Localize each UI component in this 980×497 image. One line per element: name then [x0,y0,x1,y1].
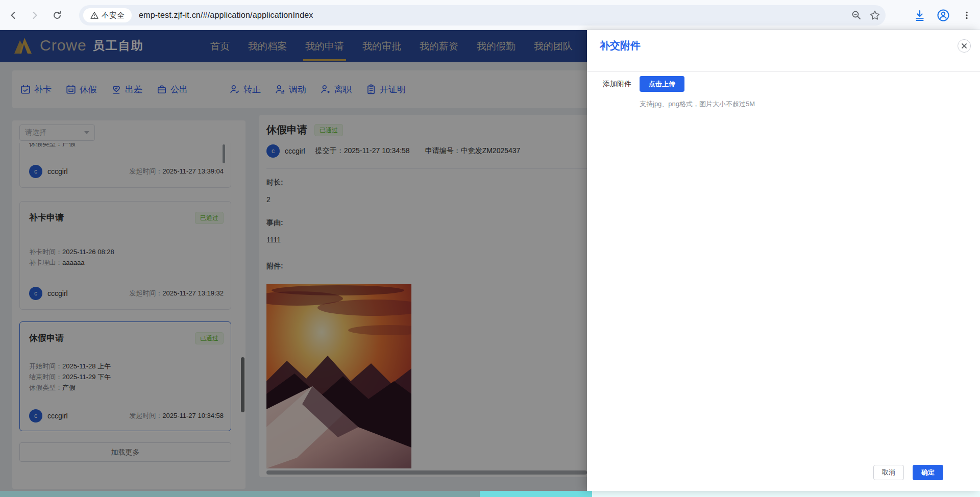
drawer-close-button[interactable] [958,39,971,53]
drawer-title: 补交附件 [600,39,641,53]
url-text: emp-test.zjf-it.cn/#/application/applica… [139,11,313,20]
cancel-button[interactable]: 取消 [873,465,904,480]
supplement-attachment-drawer: 补交附件 添加附件 点击上传 支持jpg、png格式，图片大小不超过5M 取消 … [587,30,980,491]
address-bar[interactable]: 不安全 emp-test.zjf-it.cn/#/application/app… [79,5,886,26]
security-chip[interactable]: 不安全 [83,8,132,22]
profile-icon[interactable] [935,7,951,23]
upload-hint: 支持jpg、png格式，图片大小不超过5M [640,100,755,109]
footer-strip-right [592,491,980,497]
forward-icon[interactable] [27,7,43,23]
footer-strip-scroll-thumb[interactable] [480,491,592,497]
bookmark-star-icon[interactable] [869,10,880,21]
upload-button[interactable]: 点击上传 [640,76,684,92]
zoom-icon[interactable] [851,10,862,21]
warning-icon [90,11,99,19]
download-icon[interactable] [912,7,928,23]
close-icon [961,43,967,49]
add-attachment-label: 添加附件 [603,76,631,92]
drawer-divider [587,71,980,72]
browser-toolbar: 不安全 emp-test.zjf-it.cn/#/application/app… [0,0,980,30]
back-icon[interactable] [5,7,21,23]
reload-icon[interactable] [49,7,65,23]
footer-strip-left [0,491,480,497]
security-label: 不安全 [102,11,125,20]
confirm-button[interactable]: 确定 [913,465,943,480]
browser-menu-icon[interactable] [959,7,975,23]
screen: 不安全 emp-test.zjf-it.cn/#/application/app… [0,0,980,497]
